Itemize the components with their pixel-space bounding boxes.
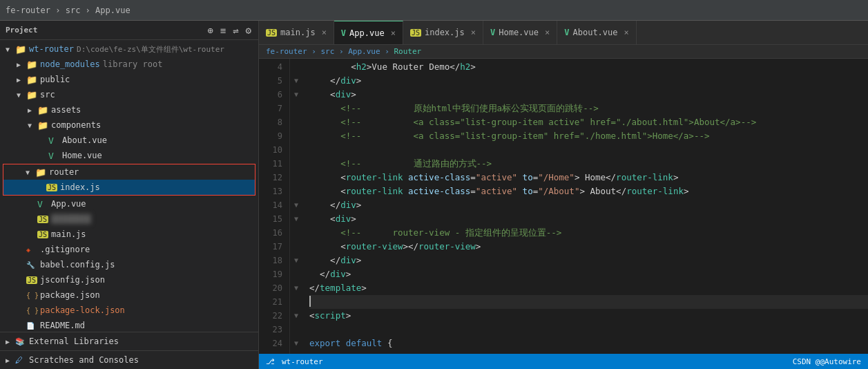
sort-icon[interactable]: ⇌ [231,23,240,37]
fold-5[interactable]: ▼ [290,74,302,88]
tree-item-node-modules[interactable]: ▶ 📁 node_modules library root [0,57,258,72]
arrow: ▶ [17,76,26,84]
tree-item-components[interactable]: ▼ 📁 components [0,117,258,133]
scratches-section[interactable]: ▶ 🖊 Scratches and Consoles [0,350,258,369]
folder-icon: 📁 [26,59,37,70]
root-folder-icon: 📁 [15,44,26,55]
add-icon[interactable]: ⊕ [206,23,214,37]
fold-24[interactable]: ▼ [290,337,302,350]
label: babel.config.js [40,260,115,269]
tab-main-js[interactable]: JS main.js × [259,21,334,45]
fold-22[interactable]: ▼ [290,309,302,323]
arrow: ▶ [17,61,26,68]
tab-close-icon[interactable]: × [471,28,476,37]
tree-item-package-lock[interactable]: { } package-lock.json [0,303,258,318]
lib-icon: 📚 [15,337,26,346]
tab-index-js[interactable]: JS index.js × [403,21,483,45]
js-tab-icon: JS [410,29,421,37]
json-icon: { } [26,292,37,299]
external-libraries-section[interactable]: ▶ 📚 External Libraries [0,332,258,350]
code-line-20: </template> [309,281,868,295]
git-icon: ◈ [26,246,37,254]
tree-root[interactable]: ▼ 📁 wt-router D:\code\fe-zs\单文件组件\wt-rou… [0,41,258,57]
folder-icon: 📁 [26,90,37,100]
tree-item-jsconfig[interactable]: JS jsconfig.json [0,272,258,287]
vue-tab-icon: V [341,28,346,38]
tabs-bar: JS main.js × V App.vue × JS index.js × V… [259,21,868,45]
label: jsconfig.json [40,275,105,285]
code-line-15: <div> [309,212,868,226]
tree-item-blurred[interactable]: JS ████████ [0,211,258,227]
tab-about-vue[interactable]: V About.vue × [557,21,637,45]
tree-item-gitignore[interactable]: ◈ .gitignore [0,242,258,257]
tree-item-main-js[interactable]: JS main.js [0,227,258,242]
fold-15[interactable]: ▼ [290,212,302,226]
vue-icon: V [48,135,59,146]
tab-home-vue[interactable]: V Home.vue × [483,21,557,45]
label: Home.vue [62,151,102,160]
code-line-24: export default { [309,337,868,350]
tab-app-vue[interactable]: V App.vue × [334,21,403,45]
tab-label: main.js [280,28,316,37]
tab-close-icon[interactable]: × [391,28,396,38]
vue-icon: V [48,151,59,161]
scratch-icon: 🖊 [15,356,26,365]
fold-6[interactable]: ▼ [290,88,302,102]
code-line-10 [309,143,868,157]
editor-area: JS main.js × V App.vue × JS index.js × V… [259,21,868,369]
fold-20[interactable]: ▼ [290,281,302,295]
fold-area: ▼ ▼ ▼ ▼ ▼ ▼ ▼ ▼ [290,59,302,354]
tab-label: App.vue [349,28,385,38]
arrow: ▶ [6,357,15,364]
vue-tab-icon: V [564,28,569,37]
status-left: ⎇ wt-router [266,357,323,366]
tree-item-about-vue[interactable]: V About.vue [0,133,258,148]
label: Scratches and Consoles [29,355,139,365]
tree-item-public[interactable]: ▶ 📁 public [0,72,258,87]
fold-23 [290,323,302,337]
fold-4 [290,60,302,74]
tree-item-src[interactable]: ▼ 📁 src [0,87,258,102]
tree-item-app-vue[interactable]: V App.vue [0,196,258,211]
tree-item-ext-libs[interactable]: ▶ 📚 External Libraries [0,334,258,349]
arrow: ▶ [6,338,15,346]
tab-close-icon[interactable]: × [624,28,629,37]
fold-17 [290,240,302,254]
readme-icon: 📄 [26,322,37,330]
tree-item-scratches[interactable]: ▶ 🖊 Scratches and Consoles [0,352,258,368]
fold-21 [290,295,302,309]
branch-icon: ⎇ [266,357,275,366]
fold-12 [290,171,302,184]
top-breadcrumb-text: fe-router › src › App.vue [6,6,131,15]
sidebar: Project ⊕ ≡ ⇌ ⚙ ▼ 📁 wt-router D:\code\fe… [0,21,259,369]
tree-item-babel[interactable]: 🔧 babel.config.js [0,257,258,272]
label: package.json [40,290,100,300]
tree-item-readme[interactable]: 📄 README.md [0,318,258,332]
label: README.md [40,321,85,330]
code-line-18: </div> [309,254,868,267]
label: assets [51,105,81,115]
tree-item-package-json[interactable]: { } package.json [0,287,258,303]
tree-item-router[interactable]: ▼ 📁 router [3,164,255,180]
tree-item-index-js[interactable]: JS index.js [3,180,255,195]
list-icon[interactable]: ≡ [219,23,227,37]
tab-close-icon[interactable]: × [322,28,327,37]
tree-item-assets[interactable]: ▶ 📁 assets [0,102,258,117]
js-icon: JS [26,276,37,284]
label: router [49,167,79,177]
root-label: wt-router [29,44,74,54]
csdn-label: CSDN @@Autowire [793,357,861,366]
fold-14[interactable]: ▼ [290,198,302,212]
tab-close-icon[interactable]: × [545,28,550,37]
fold-18[interactable]: ▼ [290,254,302,267]
label: index.js [60,182,100,192]
fold-19 [290,267,302,281]
code-line-9: <!-- <a class="list-group-item" href="./… [309,129,868,143]
settings-icon[interactable]: ⚙ [244,23,253,37]
code-editor[interactable]: <h2>Vue Router Demo</h2> </div> <div> <!… [302,59,868,354]
folder-icon: 📁 [26,75,37,85]
label: External Libraries [29,337,119,346]
tree-item-home-vue[interactable]: V Home.vue [0,148,258,163]
js-icon: JS [37,231,48,238]
label: ████████ [51,214,91,224]
